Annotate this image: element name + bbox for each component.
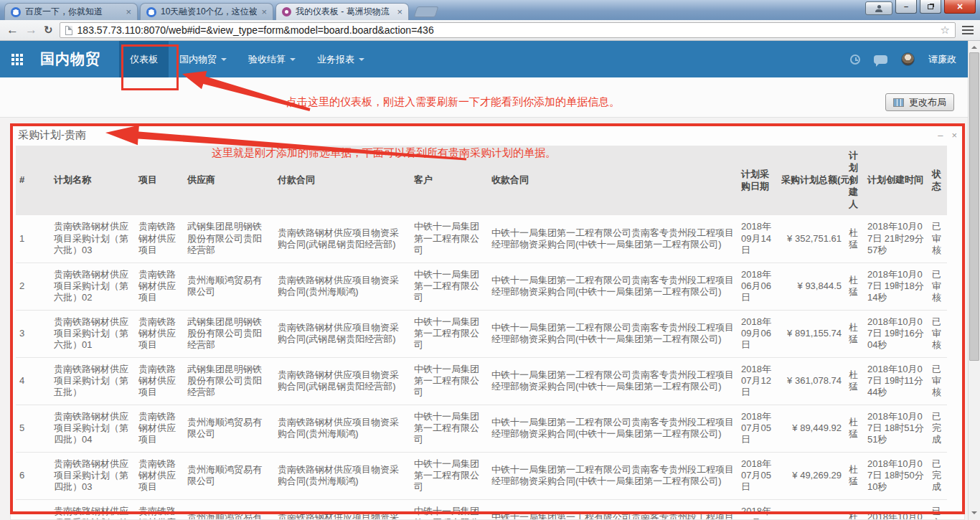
table-cell: 中铁十一局集团第一工程有限公司贵南客专贵州段工程项目经理部物资采购合同(中铁十一…: [488, 357, 738, 405]
bookmark-star-icon[interactable]: [941, 24, 950, 37]
table-cell: ¥ 93,844.5: [778, 263, 845, 310]
tab-close-icon[interactable]: [261, 7, 267, 16]
back-button[interactable]: [6, 23, 19, 37]
layout-columns-icon: [893, 98, 904, 107]
browser-tab-baidu-home[interactable]: 百度一下，你就知道: [4, 3, 138, 20]
window-maximize-button[interactable]: [920, 0, 941, 14]
panel-minimize-icon[interactable]: –: [938, 131, 943, 140]
table-cell: 中铁十一局集团第一工程有限公司贵南客专贵州段工程项目经理部物资采购合同(中铁十一…: [488, 405, 738, 452]
browser-tab-news[interactable]: 10天融资10个亿，这位被: [140, 3, 273, 20]
menu-item-acceptance-settlement[interactable]: 验收结算: [237, 41, 306, 77]
browser-window: 百度一下，你就知道 10天融资10个亿，这位被 我的仪表板 - 葛洲坝物流: [0, 0, 980, 520]
table-cell: 2018年10月07日 19时18分14秒: [864, 263, 928, 310]
tab-close-icon[interactable]: [397, 7, 402, 16]
panel-controls: – ×: [938, 131, 957, 140]
window-close-button[interactable]: [944, 0, 976, 14]
column-header[interactable]: 状态: [928, 146, 947, 215]
column-header[interactable]: 计划创建时间: [864, 146, 928, 215]
menu-item-domestic-trade[interactable]: 国内物贸: [169, 41, 237, 77]
plan-table: #计划名称项目供应商付款合同客户收款合同计划采购日期采购计划总额(元)计划创建人…: [16, 146, 947, 520]
table-cell: 杜猛: [845, 452, 864, 499]
table-row[interactable]: 4贵南铁路钢材供应项目采购计划（第五批）贵南铁路钢材供应项目武钢集团昆明钢铁股份…: [16, 357, 947, 405]
table-cell: 中铁十一局集团第一工程有限公司: [410, 499, 488, 520]
column-header[interactable]: 计划名称: [50, 146, 135, 215]
table-cell: 2018年06月06日: [738, 263, 778, 310]
browser-toolbar: 183.57.73.110:8070/web#id=&view_type=for…: [0, 20, 980, 41]
table-cell: 杜猛: [845, 405, 864, 452]
table-cell: ¥ 49,269.29: [778, 452, 845, 499]
table-cell: 3: [16, 310, 50, 357]
browser-tab-dashboard-active[interactable]: 我的仪表板 - 葛洲坝物流: [275, 3, 409, 20]
tab-strip: 百度一下，你就知道 10天融资10个亿，这位被 我的仪表板 - 葛洲坝物流: [4, 3, 437, 20]
table-cell: 2018年07月05日: [738, 499, 778, 520]
table-cell: 杜猛: [845, 215, 864, 263]
avatar[interactable]: [901, 52, 915, 66]
window-minimize-button[interactable]: [895, 0, 917, 14]
refresh-button[interactable]: [44, 24, 53, 37]
table-cell: 中铁十一局集团第一工程有限公司贵南客专贵州段工程项目经理部物资采购合同(中铁十一…: [488, 452, 738, 499]
table-cell: 中铁十一局集团第一工程有限公司: [410, 263, 488, 310]
table-row[interactable]: 2贵南铁路钢材供应项目采购计划（第六批）02贵南铁路钢材供应项目贵州海顺鸿贸易有…: [16, 263, 947, 310]
address-bar[interactable]: 183.57.73.110:8070/web#id=&view_type=for…: [60, 22, 956, 38]
table-cell: 贵南铁路钢材供应项目: [135, 405, 184, 452]
table-cell: ¥ 89,449.92: [778, 405, 845, 452]
table-cell: 武钢集团昆明钢铁股份有限公司贵阳经营部: [184, 215, 274, 263]
table-cell: 贵南铁路钢材供应项目物资采购合同(武钢昆钢贵阳经营部): [274, 215, 410, 263]
dashboard-panel: 采购计划-贵南 – × 这里就是刚才添加的筛选单据，下面可以看到所有贵南采购计划…: [10, 123, 965, 520]
table-row[interactable]: 5贵南铁路钢材供应项目采购计划（第四批）04贵南铁路钢材供应项目贵州海顺鸿贸易有…: [16, 405, 947, 452]
table-cell: 中铁十一局集团第一工程有限公司: [410, 452, 488, 499]
table-cell: 贵南铁路钢材供应项目: [135, 452, 184, 499]
table-cell: 贵南铁路钢材供应项目采购计划（第六批）02: [50, 263, 135, 310]
table-cell: 6: [16, 452, 50, 499]
table-cell: 杜猛: [845, 263, 864, 310]
chevron-down-icon: [290, 58, 296, 64]
column-header[interactable]: 计划采购日期: [738, 146, 778, 215]
table-cell: 2: [16, 263, 50, 310]
chat-icon[interactable]: [874, 55, 887, 64]
column-header[interactable]: #: [16, 146, 50, 215]
tab-close-icon[interactable]: [126, 7, 131, 16]
new-tab-button[interactable]: [414, 6, 439, 17]
table-cell: 贵南铁路钢材供应项目: [135, 499, 184, 520]
menu-item-dashboard[interactable]: 仪表板: [119, 41, 169, 77]
table-cell: 杜猛: [845, 310, 864, 357]
scrollbar-thumb[interactable]: [969, 52, 979, 361]
table-cell: 已完成: [928, 405, 947, 452]
app-menu: 仪表板 国内物贸 验收结算 业务报表: [119, 41, 375, 77]
table-row[interactable]: 7贵南铁路钢材供应项目采购计划（第四批）贵南铁路钢材供应项目贵州海顺鸿贸易有限公…: [16, 499, 947, 520]
apps-grid-icon[interactable]: [11, 54, 23, 65]
table-cell: 贵南铁路钢材供应项目采购计划（第四批）04: [50, 405, 135, 452]
table-cell: 贵南铁路钢材供应项目物资采购合同(贵州海顺鸿): [274, 499, 410, 520]
table-cell: 贵南铁路钢材供应项目物资采购合同(贵州海顺鸿): [274, 405, 410, 452]
scroll-up-arrow-icon[interactable]: [971, 43, 977, 49]
table-cell: 武钢集团昆明钢铁股份有限公司贵阳经营部: [184, 357, 274, 405]
column-header[interactable]: 项目: [135, 146, 184, 215]
table-cell: 2018年10月07日 19时11分44秒: [864, 357, 928, 405]
menu-item-business-reports[interactable]: 业务报表: [306, 41, 375, 77]
annotation-note-1: 点击这里的仪表板，刚进入需要刷新一下才能看到你添加的单据信息。: [286, 95, 620, 109]
change-layout-button[interactable]: 更改布局: [885, 93, 954, 111]
table-row[interactable]: 6贵南铁路钢材供应项目采购计划（第四批）03贵南铁路钢材供应项目贵州海顺鸿贸易有…: [16, 452, 947, 499]
table-cell: 2018年07月05日: [738, 452, 778, 499]
forward-button[interactable]: [25, 23, 37, 37]
page-scrollbar[interactable]: [968, 41, 980, 520]
panel-close-icon[interactable]: ×: [951, 131, 957, 140]
table-cell: 2018年07月05日: [738, 405, 778, 452]
browser-profile-button[interactable]: [865, 1, 892, 15]
table-cell: 贵南铁路钢材供应项目物资采购合同(贵州海顺鸿): [274, 452, 410, 499]
app-brand[interactable]: 国内物贸: [40, 49, 100, 69]
table-cell: 2018年10月07日 18时50分10秒: [864, 452, 928, 499]
scroll-down-arrow-icon[interactable]: [971, 511, 977, 517]
navbar-right: 谭廉政: [850, 52, 968, 66]
column-header[interactable]: 采购计划总额(元): [778, 146, 845, 215]
table-cell: 贵南铁路钢材供应项目: [135, 263, 184, 310]
browser-menu-icon[interactable]: [962, 26, 974, 34]
panel-header: 采购计划-贵南 – ×: [11, 124, 964, 146]
table-cell: 贵南铁路钢材供应项目物资采购合同(武钢昆钢贵阳经营部): [274, 357, 410, 405]
table-row[interactable]: 3贵南铁路钢材供应项目采购计划（第六批）01贵南铁路钢材供应项目武钢集团昆明钢铁…: [16, 310, 947, 357]
user-name[interactable]: 谭廉政: [928, 53, 956, 66]
url-text[interactable]: 183.57.73.110:8070/web#id=&view_type=for…: [77, 24, 936, 36]
table-cell: 中铁十一局集团第一工程有限公司贵南客专贵州段工程项目经理部物资采购合同(中铁十一…: [488, 310, 738, 357]
table-row[interactable]: 1贵南铁路钢材供应项目采购计划（第六批）03贵南铁路钢材供应项目武钢集团昆明钢铁…: [16, 215, 947, 263]
clock-icon[interactable]: [850, 55, 860, 65]
